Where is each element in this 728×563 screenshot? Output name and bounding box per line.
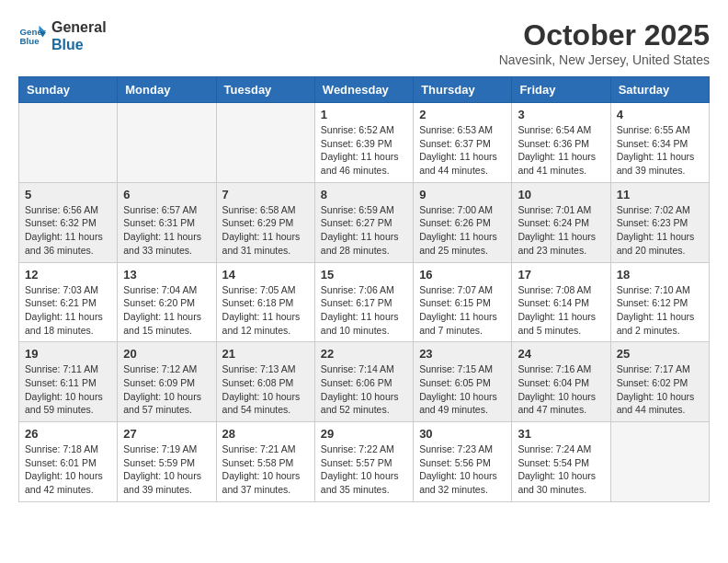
day-number: 21 [222, 347, 309, 361]
day-number: 27 [123, 427, 210, 441]
calendar-week-row: 1Sunrise: 6:52 AMSunset: 6:39 PMDaylight… [19, 103, 710, 183]
day-number: 31 [518, 427, 604, 441]
calendar-cell: 2Sunrise: 6:53 AMSunset: 6:37 PMDaylight… [414, 103, 512, 183]
day-number: 3 [518, 108, 604, 121]
day-number: 9 [419, 188, 506, 201]
day-number: 16 [419, 268, 506, 282]
logo-icon: General Blue [18, 22, 46, 50]
calendar-cell: 6Sunrise: 6:57 AMSunset: 6:31 PMDaylight… [118, 182, 216, 262]
calendar-cell: 4Sunrise: 6:55 AMSunset: 6:34 PMDaylight… [610, 103, 709, 183]
calendar-cell [118, 103, 216, 183]
calendar-week-row: 19Sunrise: 7:11 AMSunset: 6:11 PMDayligh… [19, 342, 710, 422]
page-header: General Blue General Blue October 2025 N… [18, 18, 710, 67]
calendar: SundayMondayTuesdayWednesdayThursdayFrid… [18, 76, 710, 502]
calendar-cell: 20Sunrise: 7:12 AMSunset: 6:09 PMDayligh… [118, 342, 216, 422]
day-number: 15 [321, 268, 407, 282]
day-number: 13 [123, 268, 210, 282]
calendar-week-row: 12Sunrise: 7:03 AMSunset: 6:21 PMDayligh… [19, 262, 710, 342]
day-info: Sunrise: 7:23 AMSunset: 5:56 PMDaylight:… [419, 442, 506, 497]
day-number: 11 [617, 188, 703, 201]
calendar-cell: 1Sunrise: 6:52 AMSunset: 6:39 PMDaylight… [314, 103, 413, 183]
day-info: Sunrise: 7:01 AMSunset: 6:24 PMDaylight:… [518, 203, 604, 258]
day-info: Sunrise: 7:18 AMSunset: 6:01 PMDaylight:… [25, 442, 111, 497]
logo: General Blue General Blue [18, 18, 107, 53]
calendar-cell: 15Sunrise: 7:06 AMSunset: 6:17 PMDayligh… [314, 262, 413, 342]
calendar-cell: 24Sunrise: 7:16 AMSunset: 6:04 PMDayligh… [512, 342, 610, 422]
weekday-header-sunday: Sunday [19, 77, 118, 103]
calendar-cell: 17Sunrise: 7:08 AMSunset: 6:14 PMDayligh… [512, 262, 610, 342]
calendar-cell: 27Sunrise: 7:19 AMSunset: 5:59 PMDayligh… [118, 422, 216, 502]
logo-line1: General [51, 18, 107, 36]
day-number: 22 [321, 347, 407, 361]
weekday-header-row: SundayMondayTuesdayWednesdayThursdayFrid… [19, 77, 710, 103]
day-number: 28 [222, 427, 309, 441]
day-number: 24 [518, 347, 604, 361]
day-number: 8 [321, 188, 407, 201]
weekday-header-saturday: Saturday [610, 77, 709, 103]
day-number: 17 [518, 268, 604, 282]
logo-line2: Blue [51, 36, 107, 53]
calendar-cell: 9Sunrise: 7:00 AMSunset: 6:26 PMDaylight… [414, 182, 512, 262]
day-info: Sunrise: 7:04 AMSunset: 6:20 PMDaylight:… [123, 283, 210, 338]
calendar-cell: 21Sunrise: 7:13 AMSunset: 6:08 PMDayligh… [216, 342, 314, 422]
day-info: Sunrise: 7:22 AMSunset: 5:57 PMDaylight:… [321, 442, 407, 497]
day-info: Sunrise: 6:55 AMSunset: 6:34 PMDaylight:… [617, 123, 703, 178]
day-number: 18 [617, 268, 703, 282]
calendar-cell: 10Sunrise: 7:01 AMSunset: 6:24 PMDayligh… [512, 182, 610, 262]
day-number: 20 [123, 347, 210, 361]
calendar-cell: 26Sunrise: 7:18 AMSunset: 6:01 PMDayligh… [19, 422, 118, 502]
day-info: Sunrise: 7:16 AMSunset: 6:04 PMDaylight:… [518, 362, 604, 417]
svg-text:Blue: Blue [20, 36, 40, 46]
calendar-cell: 8Sunrise: 6:59 AMSunset: 6:27 PMDaylight… [314, 182, 413, 262]
calendar-cell: 28Sunrise: 7:21 AMSunset: 5:58 PMDayligh… [216, 422, 314, 502]
day-number: 5 [25, 188, 111, 201]
day-info: Sunrise: 6:56 AMSunset: 6:32 PMDaylight:… [25, 203, 111, 258]
calendar-cell [610, 422, 709, 502]
title-block: October 2025 Navesink, New Jersey, Unite… [499, 18, 710, 67]
day-info: Sunrise: 7:17 AMSunset: 6:02 PMDaylight:… [617, 362, 703, 417]
day-info: Sunrise: 6:57 AMSunset: 6:31 PMDaylight:… [123, 203, 210, 258]
day-number: 1 [321, 108, 407, 121]
day-number: 7 [222, 188, 309, 201]
day-info: Sunrise: 6:52 AMSunset: 6:39 PMDaylight:… [321, 123, 407, 178]
weekday-header-wednesday: Wednesday [314, 77, 413, 103]
calendar-cell: 30Sunrise: 7:23 AMSunset: 5:56 PMDayligh… [414, 422, 512, 502]
calendar-cell: 23Sunrise: 7:15 AMSunset: 6:05 PMDayligh… [414, 342, 512, 422]
calendar-cell: 19Sunrise: 7:11 AMSunset: 6:11 PMDayligh… [19, 342, 118, 422]
calendar-cell: 18Sunrise: 7:10 AMSunset: 6:12 PMDayligh… [610, 262, 709, 342]
weekday-header-monday: Monday [118, 77, 216, 103]
calendar-week-row: 5Sunrise: 6:56 AMSunset: 6:32 PMDaylight… [19, 182, 710, 262]
weekday-header-thursday: Thursday [414, 77, 512, 103]
location: Navesink, New Jersey, United States [499, 52, 710, 67]
calendar-cell: 22Sunrise: 7:14 AMSunset: 6:06 PMDayligh… [314, 342, 413, 422]
day-info: Sunrise: 7:14 AMSunset: 6:06 PMDaylight:… [321, 362, 407, 417]
day-info: Sunrise: 7:00 AMSunset: 6:26 PMDaylight:… [419, 203, 506, 258]
day-info: Sunrise: 7:21 AMSunset: 5:58 PMDaylight:… [222, 442, 309, 497]
calendar-cell: 7Sunrise: 6:58 AMSunset: 6:29 PMDaylight… [216, 182, 314, 262]
calendar-cell: 31Sunrise: 7:24 AMSunset: 5:54 PMDayligh… [512, 422, 610, 502]
day-number: 12 [25, 268, 111, 282]
day-info: Sunrise: 7:08 AMSunset: 6:14 PMDaylight:… [518, 283, 604, 338]
day-info: Sunrise: 7:06 AMSunset: 6:17 PMDaylight:… [321, 283, 407, 338]
calendar-cell: 13Sunrise: 7:04 AMSunset: 6:20 PMDayligh… [118, 262, 216, 342]
day-info: Sunrise: 6:53 AMSunset: 6:37 PMDaylight:… [419, 123, 506, 178]
day-number: 2 [419, 108, 506, 121]
calendar-cell [19, 103, 118, 183]
day-number: 4 [617, 108, 703, 121]
weekday-header-friday: Friday [512, 77, 610, 103]
calendar-cell: 25Sunrise: 7:17 AMSunset: 6:02 PMDayligh… [610, 342, 709, 422]
day-number: 30 [419, 427, 506, 441]
day-number: 26 [25, 427, 111, 441]
day-number: 19 [25, 347, 111, 361]
day-number: 23 [419, 347, 506, 361]
day-info: Sunrise: 7:02 AMSunset: 6:23 PMDaylight:… [617, 203, 703, 258]
day-info: Sunrise: 7:10 AMSunset: 6:12 PMDaylight:… [617, 283, 703, 338]
day-info: Sunrise: 7:07 AMSunset: 6:15 PMDaylight:… [419, 283, 506, 338]
calendar-cell [216, 103, 314, 183]
calendar-cell: 29Sunrise: 7:22 AMSunset: 5:57 PMDayligh… [314, 422, 413, 502]
calendar-cell: 11Sunrise: 7:02 AMSunset: 6:23 PMDayligh… [610, 182, 709, 262]
day-info: Sunrise: 7:03 AMSunset: 6:21 PMDaylight:… [25, 283, 111, 338]
day-number: 6 [123, 188, 210, 201]
calendar-cell: 12Sunrise: 7:03 AMSunset: 6:21 PMDayligh… [19, 262, 118, 342]
day-number: 10 [518, 188, 604, 201]
